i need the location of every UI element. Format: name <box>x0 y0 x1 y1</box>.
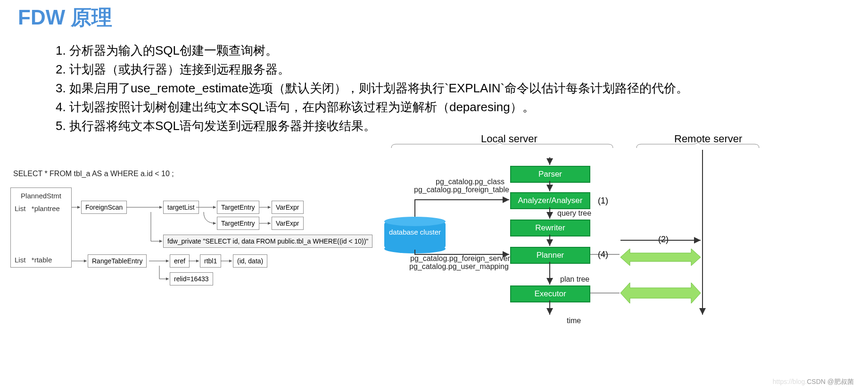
node-eref: eref <box>170 254 190 268</box>
watermark-main: CSDN @肥叔菌 <box>807 378 854 385</box>
pstmt-row2-a: List <box>15 256 25 264</box>
label-cat2a: pg_catalog.pg_foreign_server <box>410 254 510 263</box>
num-4: (4) <box>598 250 608 260</box>
page-title: FDW 原理 <box>0 0 868 32</box>
pstmt-row1-b: *plantree <box>32 204 60 212</box>
pstmt-row2-b: *rtable <box>32 256 52 264</box>
label-cat2b: pg_catalog.pg_user_mapping <box>409 262 509 271</box>
box-analyzer: Analyzer/Analyser <box>510 192 590 209</box>
plannedstmt-box: PlannedStmt List *plantree List *rtable <box>10 187 72 268</box>
label-plantree: plan tree <box>560 275 589 284</box>
db-cylinder: database cluster <box>384 217 446 251</box>
node-relid: relid=16433 <box>170 272 213 285</box>
node-targetentry-1: TargetEntry <box>217 201 259 214</box>
num-5: (5) <box>658 288 669 298</box>
node-rangetableentry: RangeTableEntry <box>88 254 147 268</box>
step-5: 5. 执行器将纯文本SQL语句发送到远程服务器并接收结果。 <box>56 116 868 135</box>
watermark: https://blog.CSDN @肥叔菌 <box>773 378 854 386</box>
step-2: 2. 计划器（或执行器）连接到远程服务器。 <box>56 60 868 79</box>
step-1: 1. 分析器为输入的SQL创建一颗查询树。 <box>56 41 868 60</box>
label-querytree: query tree <box>557 209 591 218</box>
node-rtbl1: rtbl1 <box>200 254 221 268</box>
node-iddata: (id, data) <box>233 254 267 268</box>
box-executor: Executor <box>510 285 590 302</box>
steps-list: 1. 分析器为输入的SQL创建一颗查询树。 2. 计划器（或执行器）连接到远程服… <box>56 41 868 135</box>
label-time: time <box>567 317 581 325</box>
box-planner: Planner <box>510 247 590 264</box>
node-varexpr-1: VarExpr <box>272 201 304 214</box>
sql-statement: SELECT * FROM tbl_a AS a WHERE a.id < 10… <box>13 170 174 178</box>
node-fdw-private: fdw_private "SELECT id, data FROM public… <box>163 235 372 248</box>
step-4: 4. 计划器按照计划树创建出纯文本SQL语句，在内部称该过程为逆解析（depar… <box>56 98 868 116</box>
node-foreignscan: ForeignScan <box>81 201 127 214</box>
pstmt-row1-a: List <box>15 204 25 212</box>
watermark-faint: https://blog. <box>773 378 807 385</box>
plannedstmt-header: PlannedStmt <box>15 192 67 200</box>
label-cat1a: pg_catalog.pg_class <box>436 178 504 186</box>
step-3: 3. 如果启用了use_remote_estimate选项（默认关闭），则计划器… <box>56 79 868 98</box>
header-local: Local server <box>481 133 537 145</box>
node-targetentry-2: TargetEntry <box>217 217 259 230</box>
num-2: (2) <box>658 235 669 244</box>
node-targetlist: targetList <box>163 201 199 214</box>
header-remote: Remote server <box>674 133 742 145</box>
num-3: (3) <box>658 252 669 262</box>
node-varexpr-2: VarExpr <box>272 217 304 230</box>
box-parser: Parser <box>510 166 590 183</box>
box-rewriter: Rewriter <box>510 220 590 236</box>
label-cat1b: pg_catalog.pg_foreign_table <box>414 186 509 194</box>
db-label: database cluster <box>384 228 446 236</box>
num-1: (1) <box>598 196 608 206</box>
